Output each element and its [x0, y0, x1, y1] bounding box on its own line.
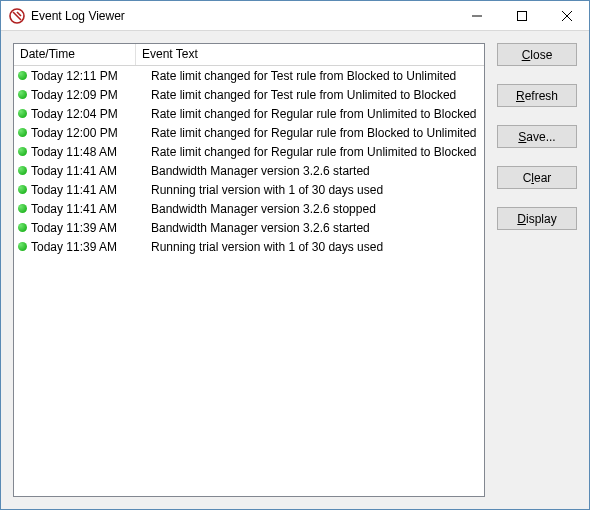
status-dot-icon [18, 90, 27, 99]
window-controls [454, 1, 589, 30]
event-text: Bandwidth Manager version 3.2.6 started [139, 221, 480, 235]
titlebar: Event Log Viewer [1, 1, 589, 31]
status-dot-icon [18, 242, 27, 251]
status-dot-icon [18, 71, 27, 80]
event-datetime: Today 12:04 PM [31, 107, 139, 121]
column-header-eventtext[interactable]: Event Text [136, 44, 484, 65]
event-datetime: Today 12:00 PM [31, 126, 139, 140]
window-close-button[interactable] [544, 1, 589, 30]
status-dot-icon [18, 223, 27, 232]
window: Event Log Viewer Date/Time Event Text To… [0, 0, 590, 510]
window-title: Event Log Viewer [31, 9, 454, 23]
status-dot-icon [18, 166, 27, 175]
close-icon [562, 11, 572, 21]
event-datetime: Today 11:39 AM [31, 221, 139, 235]
event-datetime: Today 12:11 PM [31, 69, 139, 83]
status-dot-icon [18, 109, 27, 118]
status-dot-icon [18, 204, 27, 213]
minimize-icon [472, 11, 482, 21]
event-text: Bandwidth Manager version 3.2.6 stopped [139, 202, 480, 216]
event-list-body[interactable]: Today 12:11 PMRate limit changed for Tes… [14, 66, 484, 496]
column-header-datetime[interactable]: Date/Time [14, 44, 136, 65]
refresh-button[interactable]: Refresh [497, 84, 577, 107]
event-datetime: Today 11:39 AM [31, 240, 139, 254]
event-datetime: Today 11:41 AM [31, 183, 139, 197]
maximize-button[interactable] [499, 1, 544, 30]
event-datetime: Today 11:41 AM [31, 164, 139, 178]
display-button[interactable]: Display [497, 207, 577, 230]
maximize-icon [517, 11, 527, 21]
list-header: Date/Time Event Text [14, 44, 484, 66]
event-row[interactable]: Today 11:41 AMBandwidth Manager version … [14, 161, 484, 180]
event-row[interactable]: Today 11:39 AMRunning trial version with… [14, 237, 484, 256]
event-text: Rate limit changed for Regular rule from… [139, 126, 480, 140]
button-sidebar: Close Refresh Save... Clear Display [497, 43, 577, 497]
event-text: Bandwidth Manager version 3.2.6 started [139, 164, 480, 178]
status-dot-icon [18, 128, 27, 137]
event-row[interactable]: Today 12:04 PMRate limit changed for Reg… [14, 104, 484, 123]
event-row[interactable]: Today 11:48 AMRate limit changed for Reg… [14, 142, 484, 161]
clear-button[interactable]: Clear [497, 166, 577, 189]
event-text: Running trial version with 1 of 30 days … [139, 183, 480, 197]
event-datetime: Today 11:48 AM [31, 145, 139, 159]
app-icon [9, 8, 25, 24]
status-dot-icon [18, 185, 27, 194]
event-datetime: Today 11:41 AM [31, 202, 139, 216]
close-button[interactable]: Close [497, 43, 577, 66]
event-row[interactable]: Today 12:11 PMRate limit changed for Tes… [14, 66, 484, 85]
event-row[interactable]: Today 11:41 AMRunning trial version with… [14, 180, 484, 199]
save-button[interactable]: Save... [497, 125, 577, 148]
event-text: Rate limit changed for Regular rule from… [139, 145, 480, 159]
event-text: Rate limit changed for Test rule from Bl… [139, 69, 480, 83]
event-row[interactable]: Today 11:41 AMBandwidth Manager version … [14, 199, 484, 218]
status-dot-icon [18, 147, 27, 156]
event-datetime: Today 12:09 PM [31, 88, 139, 102]
event-row[interactable]: Today 12:09 PMRate limit changed for Tes… [14, 85, 484, 104]
event-text: Rate limit changed for Regular rule from… [139, 107, 480, 121]
event-text: Rate limit changed for Test rule from Un… [139, 88, 480, 102]
minimize-button[interactable] [454, 1, 499, 30]
svg-rect-1 [517, 11, 526, 20]
event-row[interactable]: Today 11:39 AMBandwidth Manager version … [14, 218, 484, 237]
event-row[interactable]: Today 12:00 PMRate limit changed for Reg… [14, 123, 484, 142]
content-area: Date/Time Event Text Today 12:11 PMRate … [1, 31, 589, 509]
event-list-panel: Date/Time Event Text Today 12:11 PMRate … [13, 43, 485, 497]
event-text: Running trial version with 1 of 30 days … [139, 240, 480, 254]
